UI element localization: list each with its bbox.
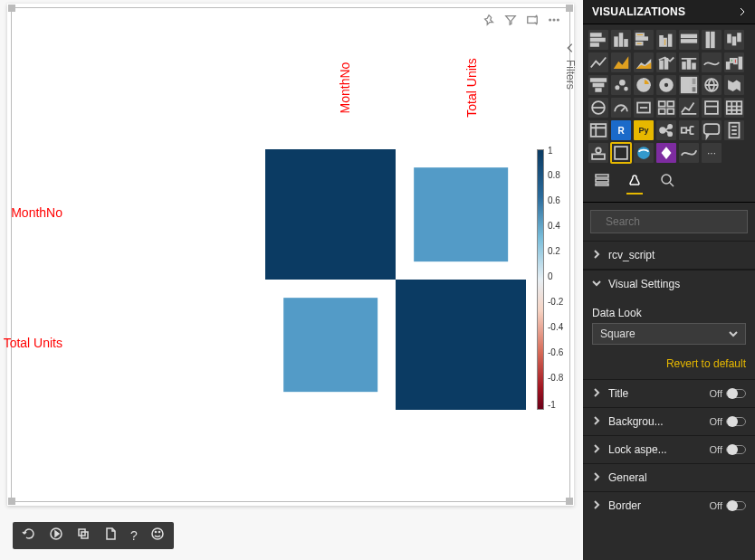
- arcgis-icon[interactable]: [588, 143, 608, 163]
- funnel-icon[interactable]: [588, 75, 608, 95]
- map-icon[interactable]: [702, 75, 722, 95]
- key-influencers-icon[interactable]: [656, 120, 676, 140]
- title-toggle[interactable]: Off: [710, 388, 746, 399]
- spark-icon[interactable]: [679, 143, 699, 163]
- heatmap-cell: [396, 280, 526, 410]
- svg-rect-59: [591, 124, 607, 137]
- refresh-icon[interactable]: [22, 527, 36, 545]
- play-icon[interactable]: [49, 527, 63, 545]
- clustered-bar-icon[interactable]: [634, 30, 654, 50]
- stacked-area-icon[interactable]: [634, 52, 654, 72]
- group-border[interactable]: Border Off: [583, 491, 755, 519]
- svg-rect-25: [712, 33, 714, 48]
- search-box[interactable]: [590, 210, 748, 233]
- hundred-bar-icon[interactable]: [679, 30, 699, 50]
- paginated-icon[interactable]: [724, 120, 744, 140]
- background-toggle[interactable]: Off: [710, 416, 746, 427]
- visual-selection-frame[interactable]: MonthNo Total Units MonthNo Total Units …: [11, 7, 570, 502]
- matrix-icon[interactable]: [588, 120, 608, 140]
- combo2-icon[interactable]: [679, 52, 699, 72]
- stacked-bar-icon[interactable]: [588, 30, 608, 50]
- border-toggle[interactable]: Off: [710, 500, 746, 511]
- card-icon[interactable]: [634, 98, 654, 118]
- select-value: Square: [600, 327, 636, 340]
- colorbar: [537, 149, 544, 410]
- group-visual-settings-header[interactable]: Visual Settings: [583, 270, 755, 298]
- data-look-select[interactable]: Square: [592, 323, 746, 345]
- toggle-label: Off: [710, 388, 722, 399]
- powerapps-icon[interactable]: [656, 143, 676, 163]
- svg-rect-31: [683, 62, 685, 69]
- fields-tab[interactable]: [594, 172, 610, 195]
- tick-label: 0.2: [548, 246, 560, 256]
- shape-map-icon[interactable]: [588, 98, 608, 118]
- more-options-icon[interactable]: [548, 14, 560, 30]
- svg-rect-58: [727, 101, 742, 114]
- line-chart-icon[interactable]: [588, 52, 608, 72]
- multi-card-icon[interactable]: [656, 98, 676, 118]
- new-page-icon[interactable]: [103, 527, 118, 545]
- group-label: Title: [608, 387, 702, 400]
- tick-label: -0.2: [548, 297, 563, 307]
- donut-icon[interactable]: [656, 75, 676, 95]
- slicer-icon[interactable]: [702, 98, 722, 118]
- filled-map-icon[interactable]: [724, 75, 744, 95]
- lock-aspect-toggle[interactable]: Off: [710, 444, 746, 455]
- svg-rect-32: [688, 60, 691, 69]
- svg-point-3: [558, 19, 559, 21]
- hundred-column-icon[interactable]: [702, 30, 722, 50]
- svg-rect-26: [728, 35, 731, 43]
- ribbon-icon[interactable]: [702, 52, 722, 72]
- filter-icon[interactable]: [504, 14, 517, 30]
- svg-rect-18: [636, 43, 643, 45]
- treemap-icon[interactable]: [679, 75, 699, 95]
- gauge-icon[interactable]: [611, 98, 631, 118]
- qna-icon[interactable]: [702, 120, 722, 140]
- waterfall-icon[interactable]: [724, 52, 744, 72]
- decomp-tree-icon[interactable]: [679, 120, 699, 140]
- py-visual-icon[interactable]: Py: [634, 120, 654, 140]
- search-input[interactable]: [606, 215, 741, 228]
- pin-icon[interactable]: [483, 14, 495, 30]
- pie-icon[interactable]: [634, 75, 654, 95]
- svg-rect-11: [591, 39, 605, 42]
- group-general[interactable]: General: [583, 463, 755, 491]
- resize-handle[interactable]: [566, 498, 573, 505]
- svg-point-7: [152, 528, 163, 539]
- filters-pane-collapsed[interactable]: Filters: [559, 42, 581, 123]
- revert-link[interactable]: Revert to default: [583, 348, 755, 375]
- more-visuals-icon[interactable]: ···: [702, 143, 722, 163]
- table-icon[interactable]: [724, 98, 744, 118]
- group-background[interactable]: Backgrou... Off: [583, 407, 755, 435]
- group-label: rcv_script: [608, 249, 746, 261]
- analytics-tab[interactable]: [659, 172, 675, 195]
- smiley-icon[interactable]: [150, 527, 165, 545]
- combo-icon[interactable]: [656, 52, 676, 72]
- duplicate-icon[interactable]: [76, 527, 91, 545]
- area-chart-icon[interactable]: [611, 52, 631, 72]
- svg-rect-14: [620, 33, 623, 46]
- focus-mode-icon[interactable]: [526, 14, 539, 30]
- tick-label: 0.4: [548, 221, 560, 231]
- custom-visual-icon[interactable]: [611, 143, 631, 163]
- range-column-icon[interactable]: [724, 30, 744, 50]
- svg-point-8: [155, 531, 156, 532]
- format-tab[interactable]: [626, 172, 643, 195]
- globe-icon[interactable]: [634, 143, 654, 163]
- group-title[interactable]: Title Off: [583, 379, 755, 407]
- chevron-right-icon: [592, 249, 601, 261]
- resize-handle[interactable]: [566, 5, 573, 12]
- kpi-icon[interactable]: [679, 98, 699, 118]
- r-visual-icon[interactable]: R: [611, 120, 631, 140]
- panel-header[interactable]: VISUALIZATIONS: [583, 0, 755, 24]
- help-icon[interactable]: ?: [130, 528, 138, 543]
- group-label: Lock aspe...: [608, 443, 702, 456]
- group-rcv-script[interactable]: rcv_script: [583, 241, 755, 269]
- clustered-column-icon[interactable]: [656, 30, 676, 50]
- x-axis-label: Total Units: [464, 24, 479, 151]
- resize-handle[interactable]: [8, 5, 15, 12]
- resize-handle[interactable]: [8, 498, 15, 505]
- scatter-icon[interactable]: [611, 75, 631, 95]
- stacked-column-icon[interactable]: [611, 30, 631, 50]
- group-lock-aspect[interactable]: Lock aspe... Off: [583, 435, 755, 463]
